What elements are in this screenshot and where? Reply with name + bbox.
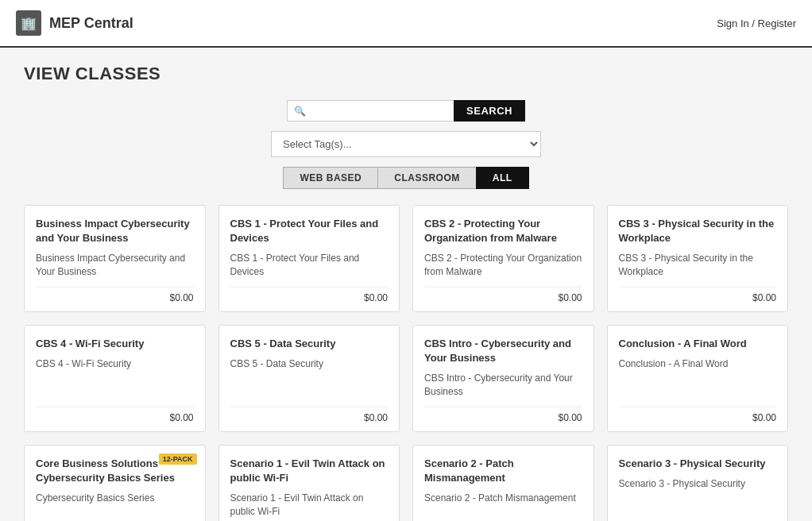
card-item[interactable]: 12-PACK Core Business Solutions - Cybers… xyxy=(24,445,206,521)
card-title: CBS Intro - Cybersecurity and Your Busin… xyxy=(424,337,582,365)
card-title: CBS 3 - Physical Security in the Workpla… xyxy=(619,217,777,245)
tab-web-based[interactable]: WEB BASED xyxy=(283,167,377,189)
card-body: CBS 2 - Protecting Your Organization fro… xyxy=(424,217,582,279)
card-body: Business Impact Cybersecurity and Your B… xyxy=(36,217,194,279)
card-body: CBS Intro - Cybersecurity and Your Busin… xyxy=(424,337,582,399)
search-input[interactable] xyxy=(309,105,447,117)
card-description: CBS 3 - Physical Security in the Workpla… xyxy=(619,252,777,279)
card-title: Business Impact Cybersecurity and Your B… xyxy=(36,217,194,245)
tab-classroom[interactable]: CLASSROOM xyxy=(377,167,476,189)
cards-grid: Business Impact Cybersecurity and Your B… xyxy=(24,205,788,521)
card-title: CBS 5 - Data Security xyxy=(230,337,389,351)
card-body: Scenario 1 - Evil Twin Attack on public … xyxy=(230,457,389,519)
card-description: CBS 1 - Protect Your Files and Devices xyxy=(230,252,389,279)
card-price: $0.00 xyxy=(619,287,777,303)
card-description: Business Impact Cybersecurity and Your B… xyxy=(36,252,194,279)
site-title: MEP Central xyxy=(49,15,133,32)
search-wrapper: 🔍 SEARCH xyxy=(287,100,525,122)
card-title: Conclusion - A Final Word xyxy=(619,337,777,351)
card-price: $0.00 xyxy=(230,287,389,303)
page-title: VIEW CLASSES xyxy=(24,64,788,84)
search-input-wrap: 🔍 xyxy=(287,100,454,122)
card-badge: 12-PACK xyxy=(159,453,197,465)
card-item[interactable]: CBS 5 - Data Security CBS 5 - Data Secur… xyxy=(218,325,400,432)
logo-area: 🏢 MEP Central xyxy=(16,10,133,36)
card-title: Scenario 3 - Physical Security xyxy=(619,457,777,471)
card-body: Scenario 3 - Physical Security Scenario … xyxy=(619,457,777,519)
card-item[interactable]: Business Impact Cybersecurity and Your B… xyxy=(24,205,206,312)
card-description: Cybersecurity Basics Series xyxy=(36,492,194,505)
card-description: CBS 5 - Data Security xyxy=(230,357,389,371)
card-price: $0.00 xyxy=(424,407,582,423)
card-title: CBS 4 - Wi-Fi Security xyxy=(36,337,194,351)
card-description: CBS Intro - Cybersecurity and Your Busin… xyxy=(424,372,582,399)
card-title: Scenario 1 - Evil Twin Attack on public … xyxy=(230,457,389,485)
card-body: Conclusion - A Final Word Conclusion - A… xyxy=(619,337,777,399)
search-area: 🔍 SEARCH xyxy=(24,100,788,122)
card-description: CBS 2 - Protecting Your Organization fro… xyxy=(424,252,582,279)
tag-select[interactable]: Select Tag(s)... xyxy=(271,131,541,157)
card-price: $0.00 xyxy=(424,287,582,303)
card-title: Scenario 2 - Patch Mismanagement xyxy=(424,457,582,485)
main-content: VIEW CLASSES 🔍 SEARCH Select Tag(s)... W… xyxy=(0,48,812,521)
card-body: CBS 4 - Wi-Fi Security CBS 4 - Wi-Fi Sec… xyxy=(36,337,194,399)
card-description: Scenario 1 - Evil Twin Attack on public … xyxy=(230,492,389,519)
card-body: CBS 3 - Physical Security in the Workpla… xyxy=(619,217,777,279)
card-description: Conclusion - A Final Word xyxy=(619,357,777,371)
filter-tabs: WEB BASED CLASSROOM ALL xyxy=(24,167,788,189)
card-price: $0.00 xyxy=(36,287,194,303)
search-icon: 🔍 xyxy=(294,106,306,117)
card-price: $0.00 xyxy=(36,407,194,423)
card-item[interactable]: Scenario 2 - Patch Mismanagement Scenari… xyxy=(412,445,594,521)
auth-link[interactable]: Sign In / Register xyxy=(717,17,796,29)
card-item[interactable]: CBS Intro - Cybersecurity and Your Busin… xyxy=(412,325,594,432)
tab-all[interactable]: ALL xyxy=(476,167,529,189)
card-item[interactable]: CBS 2 - Protecting Your Organization fro… xyxy=(412,205,594,312)
header: 🏢 MEP Central Sign In / Register xyxy=(0,0,812,48)
search-button[interactable]: SEARCH xyxy=(454,100,525,122)
card-item[interactable]: CBS 3 - Physical Security in the Workpla… xyxy=(607,205,789,312)
card-title: CBS 2 - Protecting Your Organization fro… xyxy=(424,217,582,245)
card-item[interactable]: Scenario 3 - Physical Security Scenario … xyxy=(607,445,789,521)
card-body: CBS 1 - Protect Your Files and Devices C… xyxy=(230,217,389,279)
tag-select-area: Select Tag(s)... xyxy=(24,131,788,157)
card-price: $0.00 xyxy=(619,407,777,423)
card-body: Scenario 2 - Patch Mismanagement Scenari… xyxy=(424,457,582,519)
card-description: Scenario 2 - Patch Mismanagement xyxy=(424,492,582,505)
card-item[interactable]: CBS 1 - Protect Your Files and Devices C… xyxy=(218,205,400,312)
card-item[interactable]: CBS 4 - Wi-Fi Security CBS 4 - Wi-Fi Sec… xyxy=(24,325,206,432)
card-item[interactable]: Conclusion - A Final Word Conclusion - A… xyxy=(607,325,789,432)
card-item[interactable]: Scenario 1 - Evil Twin Attack on public … xyxy=(218,445,400,521)
logo-icon: 🏢 xyxy=(16,10,41,36)
card-description: Scenario 3 - Physical Security xyxy=(619,477,777,491)
card-price: $0.00 xyxy=(230,407,389,423)
card-title: CBS 1 - Protect Your Files and Devices xyxy=(230,217,389,245)
card-body: Core Business Solutions - Cybersecurity … xyxy=(36,457,194,519)
card-description: CBS 4 - Wi-Fi Security xyxy=(36,357,194,371)
card-body: CBS 5 - Data Security CBS 5 - Data Secur… xyxy=(230,337,389,399)
